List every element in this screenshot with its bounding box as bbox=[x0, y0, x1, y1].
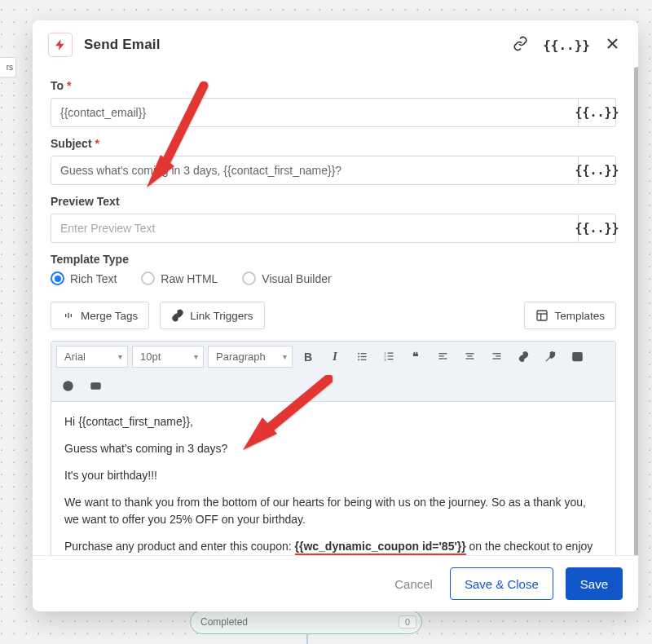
subject-label: Subject bbox=[51, 137, 616, 150]
button-label: Templates bbox=[554, 310, 605, 322]
merge-tags-button[interactable]: Merge Tags bbox=[51, 302, 149, 329]
svg-rect-8 bbox=[360, 353, 366, 354]
template-type-label: Template Type bbox=[51, 253, 616, 266]
radio-label: Visual Builder bbox=[262, 272, 331, 285]
completed-node[interactable]: Completed 0 bbox=[190, 610, 422, 634]
editor-merge-tag-coupon: {{wc_dynamic_coupon id='85'}} bbox=[295, 540, 466, 555]
align-right-button[interactable] bbox=[485, 346, 508, 368]
svg-rect-23 bbox=[492, 353, 500, 354]
close-icon[interactable] bbox=[605, 36, 620, 55]
to-label: To bbox=[51, 79, 616, 92]
subject-merge-tag-button[interactable]: {{..}} bbox=[579, 156, 616, 185]
preview-text-label: Preview Text bbox=[51, 195, 616, 208]
radio-label: Raw HTML bbox=[161, 272, 218, 285]
send-email-modal: Send Email {{..}} To {{..}} Subject bbox=[33, 20, 638, 611]
unlink-button[interactable] bbox=[539, 346, 562, 368]
merge-tags-icon[interactable]: {{..}} bbox=[543, 37, 590, 53]
svg-point-7 bbox=[358, 359, 359, 360]
svg-rect-19 bbox=[438, 358, 447, 359]
font-family-select[interactable]: Arial bbox=[56, 346, 128, 368]
svg-rect-36 bbox=[94, 386, 98, 387]
align-left-button[interactable] bbox=[431, 346, 454, 368]
editor-content[interactable]: Hi {{contact_first_name}}, Guess what's … bbox=[51, 402, 615, 555]
svg-rect-9 bbox=[360, 356, 366, 357]
unordered-list-button[interactable] bbox=[350, 346, 373, 368]
italic-button[interactable]: I bbox=[324, 346, 346, 368]
editor-text: Guess what's coming in 3 days? bbox=[64, 440, 602, 457]
modal-body: To {{..}} Subject {{..}} Preview Text {{… bbox=[33, 67, 638, 555]
modal-header: Send Email {{..}} bbox=[33, 20, 638, 67]
svg-text:3: 3 bbox=[384, 358, 386, 362]
svg-rect-18 bbox=[438, 355, 443, 356]
svg-rect-2 bbox=[537, 311, 547, 320]
svg-rect-24 bbox=[496, 355, 500, 356]
blockquote-button[interactable]: ❝ bbox=[404, 346, 427, 368]
svg-rect-22 bbox=[465, 358, 474, 359]
svg-point-6 bbox=[358, 356, 359, 358]
svg-point-31 bbox=[68, 385, 69, 386]
align-center-button[interactable] bbox=[458, 346, 481, 368]
svg-rect-21 bbox=[467, 355, 472, 356]
link-triggers-button[interactable]: Link Triggers bbox=[160, 302, 264, 329]
bold-button[interactable]: B bbox=[297, 346, 319, 368]
insert-link-button[interactable] bbox=[512, 346, 535, 368]
rich-text-editor: Arial 10pt Paragraph B I 123 ❝ bbox=[51, 341, 616, 555]
ordered-list-button[interactable]: 123 bbox=[377, 346, 400, 368]
cancel-button[interactable]: Cancel bbox=[390, 576, 438, 592]
to-merge-tag-button[interactable]: {{..}} bbox=[579, 98, 616, 127]
svg-point-30 bbox=[66, 385, 67, 386]
template-type-visual-builder[interactable]: Visual Builder bbox=[242, 271, 331, 285]
svg-rect-25 bbox=[492, 358, 500, 359]
font-size-select[interactable]: 10pt bbox=[132, 346, 204, 368]
save-and-close-button[interactable]: Save & Close bbox=[450, 567, 553, 600]
radio-label: Rich Text bbox=[70, 272, 117, 285]
link-icon[interactable] bbox=[513, 36, 528, 55]
editor-text: We want to thank you from the bottom of … bbox=[64, 494, 602, 528]
insert-image-button[interactable] bbox=[566, 346, 588, 368]
template-type-raw-html[interactable]: Raw HTML bbox=[141, 271, 218, 285]
subject-input[interactable] bbox=[51, 156, 579, 185]
svg-rect-17 bbox=[438, 353, 447, 354]
editor-text: Hi bbox=[64, 415, 78, 428]
editor-text: Purchase any product and enter this coup… bbox=[64, 540, 295, 553]
to-input[interactable] bbox=[51, 98, 579, 127]
modal-title: Send Email bbox=[84, 37, 161, 53]
svg-point-33 bbox=[92, 385, 93, 386]
svg-rect-10 bbox=[360, 359, 366, 360]
svg-rect-16 bbox=[387, 359, 393, 359]
completed-node-label: Completed bbox=[200, 616, 248, 628]
modal-footer: Cancel Save & Close Save bbox=[33, 555, 638, 611]
svg-point-35 bbox=[96, 385, 97, 386]
button-label: Link Triggers bbox=[190, 310, 253, 322]
svg-point-29 bbox=[63, 382, 72, 390]
template-type-rich-text[interactable]: Rich Text bbox=[51, 271, 117, 285]
svg-point-28 bbox=[575, 355, 577, 357]
block-format-select[interactable]: Paragraph bbox=[208, 346, 293, 368]
emoji-button[interactable] bbox=[56, 375, 79, 397]
bolt-icon bbox=[48, 33, 73, 57]
editor-text: It's your birthday!!! bbox=[64, 467, 602, 484]
completed-node-count: 0 bbox=[399, 615, 416, 629]
svg-point-34 bbox=[95, 385, 95, 386]
truncated-sidebar: rs bbox=[0, 57, 16, 77]
svg-rect-32 bbox=[90, 383, 99, 390]
flow-connector bbox=[306, 634, 308, 644]
button-label: Merge Tags bbox=[81, 310, 138, 322]
save-button[interactable]: Save bbox=[566, 567, 623, 600]
preview-merge-tag-button[interactable]: {{..}} bbox=[579, 214, 616, 243]
keyboard-shortcuts-button[interactable] bbox=[84, 375, 107, 397]
svg-point-5 bbox=[358, 353, 359, 355]
svg-rect-15 bbox=[387, 355, 393, 356]
editor-toolbar: Arial 10pt Paragraph B I 123 ❝ bbox=[51, 342, 615, 402]
preview-text-input[interactable] bbox=[51, 214, 579, 243]
template-type-options: Rich Text Raw HTML Visual Builder bbox=[51, 271, 616, 285]
svg-rect-14 bbox=[387, 353, 393, 354]
editor-merge-tag: {{contact_first_name}}, bbox=[78, 415, 193, 428]
templates-button[interactable]: Templates bbox=[524, 302, 616, 329]
svg-rect-20 bbox=[465, 353, 474, 354]
